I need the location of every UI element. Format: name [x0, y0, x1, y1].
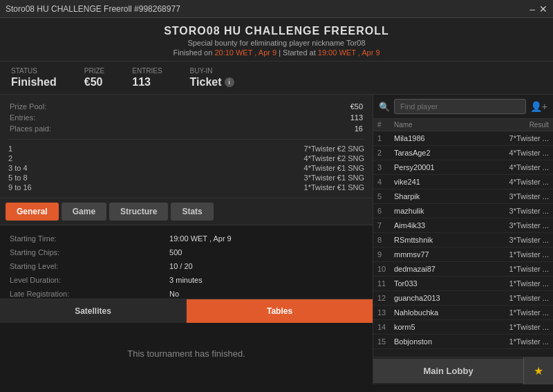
- col-name-header: Name: [394, 121, 500, 129]
- search-input[interactable]: [394, 99, 526, 114]
- general-info-row: Starting Level:10 / 20: [10, 260, 363, 272]
- player-row[interactable]: 1 Mila1986 7*Twister ...: [373, 131, 553, 146]
- entries-item: Entries 113: [132, 67, 162, 88]
- tournament-times: Finished on 20:10 WET , Apr 9 | Started …: [0, 48, 553, 57]
- entries-row: Entries: 113: [10, 113, 363, 122]
- general-info-row: Late Registration:No: [10, 288, 363, 299]
- entries-value: 113: [132, 76, 162, 88]
- status-item: Status Finished: [11, 67, 57, 88]
- left-panel: Prize Pool: €50 Entries: 113 Places paid…: [0, 95, 373, 384]
- player-row[interactable]: 7 Aim4ik33 3*Twister ...: [373, 218, 553, 233]
- player-row[interactable]: 15 Bobjonston 1*Twister ...: [373, 335, 553, 349]
- minimize-button[interactable]: –: [529, 3, 535, 15]
- finished-message: This tournament has finished.: [0, 323, 373, 385]
- finished-time: 20:10 WET , Apr 9: [214, 48, 276, 57]
- main-lobby-bar: Main Lobby ★: [373, 357, 553, 384]
- prize-pool-row: Prize Pool: €50: [10, 102, 363, 111]
- info-bar: Status Finished Prize €50 Entries 113 Bu…: [0, 62, 553, 95]
- player-row[interactable]: 3 Persy20001 4*Twister ...: [373, 160, 553, 175]
- places-paid-row: Places paid: 16: [10, 124, 363, 133]
- stats-table: Prize Pool: €50 Entries: 113 Places paid…: [8, 100, 364, 135]
- prize-breakdown: 17*Twister €2 SNG24*Twister €2 SNG3 to 4…: [8, 139, 364, 192]
- prize-pool-label: Prize Pool:: [10, 102, 279, 111]
- close-button[interactable]: ✕: [539, 3, 547, 15]
- entries-label: Entries: [132, 67, 162, 75]
- tab-structure[interactable]: Structure: [109, 203, 168, 221]
- tab-general[interactable]: General: [6, 203, 59, 221]
- prize-breakdown-row: 17*Twister €2 SNG: [8, 144, 364, 153]
- prize-breakdown-row: 5 to 83*Twister €1 SNG: [8, 173, 364, 183]
- started-label: | Started at: [279, 48, 318, 57]
- player-row[interactable]: 5 Sharpik 3*Twister ...: [373, 189, 553, 204]
- buyin-item: Buy-in Ticket i: [190, 67, 234, 88]
- tab-game[interactable]: Game: [62, 203, 106, 221]
- tab-stats[interactable]: Stats: [171, 203, 213, 221]
- main-content: Prize Pool: €50 Entries: 113 Places paid…: [0, 95, 553, 384]
- player-row[interactable]: 6 mazhulik 3*Twister ...: [373, 204, 553, 218]
- window-title: Storo08 HU CHALLENGE Freeroll #998268977: [6, 4, 180, 14]
- player-row[interactable]: 4 vike241 4*Twister ...: [373, 175, 553, 189]
- col-num-header: #: [377, 121, 394, 129]
- buyin-label: Buy-in: [190, 67, 234, 75]
- player-list-header: # Name Result: [373, 119, 553, 131]
- tables-button[interactable]: Tables: [187, 299, 373, 323]
- add-player-button[interactable]: 👤+: [530, 101, 547, 112]
- entries-value: 113: [281, 113, 363, 122]
- player-row[interactable]: 8 RSmttshnik 3*Twister ...: [373, 233, 553, 248]
- places-paid-value: 16: [281, 124, 363, 133]
- tournament-title: STORO08 HU CHALLENGE FREEROLL: [0, 25, 553, 37]
- general-info-row: Starting Chips:500: [10, 246, 363, 259]
- player-row[interactable]: 14 korm5 1*Twister ...: [373, 320, 553, 335]
- prize-breakdown-row: 24*Twister €2 SNG: [8, 153, 364, 163]
- tabs-area: General Game Structure Stats: [0, 198, 373, 225]
- window-controls: – ✕: [529, 3, 547, 15]
- player-row[interactable]: 11 Tor033 1*Twister ...: [373, 277, 553, 291]
- general-info-row: Starting Time:19:00 WET , Apr 9: [10, 232, 363, 245]
- search-icon: 🔍: [379, 102, 390, 112]
- general-info-table: Starting Time:19:00 WET , Apr 9Starting …: [8, 231, 364, 299]
- finished-label: Finished on: [173, 48, 214, 57]
- right-panel: 🔍 👤+ # Name Result 1 Mila1986 7*Twister …: [373, 95, 553, 384]
- player-row[interactable]: 2 TarasAge2 4*Twister ...: [373, 146, 553, 160]
- prize-item: Prize €50: [84, 67, 104, 88]
- started-time: 19:00 WET , Apr 9: [318, 48, 380, 57]
- stats-row: Prize Pool: €50 Entries: 113 Places paid…: [0, 95, 373, 198]
- buyin-value: Ticket i: [190, 76, 234, 88]
- prize-breakdown-row: 3 to 44*Twister €1 SNG: [8, 163, 364, 173]
- entries-label: Entries:: [10, 113, 279, 122]
- player-row[interactable]: 12 guancha2013 1*Twister ...: [373, 291, 553, 306]
- places-paid-label: Places paid:: [10, 124, 279, 133]
- player-row[interactable]: 13 Nahlobuchka 1*Twister ...: [373, 306, 553, 320]
- col-result-header: Result: [500, 121, 549, 129]
- status-value: Finished: [11, 76, 57, 88]
- prize-value: €50: [84, 76, 104, 88]
- favorite-button[interactable]: ★: [523, 357, 553, 384]
- player-list: 1 Mila1986 7*Twister ... 2 TarasAge2 4*T…: [373, 131, 553, 357]
- player-row[interactable]: 10 dedmazai87 1*Twister ...: [373, 262, 553, 277]
- search-bar: 🔍 👤+: [373, 95, 553, 119]
- general-info-row: Level Duration:3 minutes: [10, 274, 363, 286]
- title-bar: Storo08 HU CHALLENGE Freeroll #998268977…: [0, 0, 553, 18]
- prize-label: Prize: [84, 67, 104, 75]
- prize-pool-value: €50: [281, 102, 363, 111]
- player-row[interactable]: 9 mmmsv77 1*Twister ...: [373, 248, 553, 262]
- status-label: Status: [11, 67, 57, 75]
- buyin-info-icon[interactable]: i: [225, 77, 234, 87]
- main-lobby-button[interactable]: Main Lobby: [373, 359, 523, 383]
- tournament-subtitle: Special bounty for eliminating player ni…: [0, 39, 553, 47]
- bottom-buttons: Satellites Tables: [0, 299, 373, 323]
- tournament-header: STORO08 HU CHALLENGE FREEROLL Special bo…: [0, 18, 553, 62]
- tab-content-general: Starting Time:19:00 WET , Apr 9Starting …: [0, 225, 373, 299]
- satellites-button[interactable]: Satellites: [0, 299, 187, 323]
- prize-breakdown-row: 9 to 161*Twister €1 SNG: [8, 183, 364, 192]
